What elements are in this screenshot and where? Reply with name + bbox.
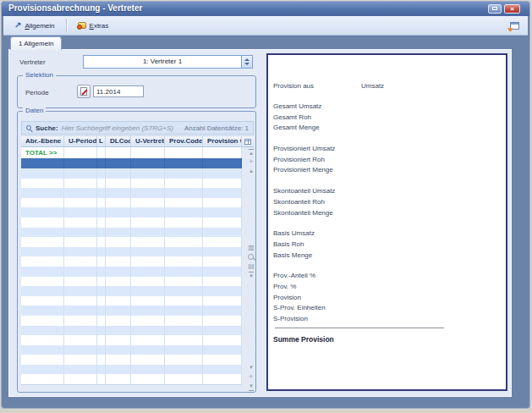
grid-column-header[interactable]: Provision € bbox=[203, 136, 242, 146]
grid-cell bbox=[165, 326, 203, 336]
restore-button[interactable] bbox=[488, 4, 502, 14]
grid-empty-row[interactable] bbox=[21, 286, 242, 296]
grid-empty-row[interactable] bbox=[21, 218, 242, 228]
grid-column-header[interactable]: U-Vertreter bbox=[131, 136, 165, 146]
grid-cell bbox=[97, 168, 106, 179]
provision-aus-label: Provision aus bbox=[273, 80, 361, 91]
grid-cell bbox=[21, 296, 64, 306]
grid-empty-row[interactable] bbox=[21, 207, 242, 218]
scroll-top-button[interactable] bbox=[246, 149, 256, 157]
grid-cell bbox=[64, 228, 97, 238]
scroll-up-button[interactable] bbox=[246, 168, 256, 175]
grid-cell bbox=[165, 188, 203, 198]
grid-cell bbox=[165, 168, 203, 179]
summary-group: Gesamt UmsatzGesamt RohGesamt Menge bbox=[273, 102, 501, 134]
grid-empty-row[interactable] bbox=[21, 345, 242, 355]
grid-cell bbox=[165, 256, 203, 267]
grid-empty-row[interactable] bbox=[21, 355, 242, 365]
grid-empty-row[interactable] bbox=[21, 228, 242, 238]
grid-total-row[interactable]: TOTAL >> bbox=[21, 147, 242, 158]
summary-label: Provisioniert Umsatz bbox=[273, 144, 501, 155]
vertreter-select[interactable]: 1: Vertreter 1 bbox=[83, 55, 253, 69]
grid-column-header[interactable]: Prov.Code bbox=[165, 136, 203, 146]
grid-column-header[interactable]: U-Periode bbox=[64, 136, 97, 146]
search-placeholder: Hier Suchbegriff eingeben (STRG+S) bbox=[62, 124, 173, 132]
grid-cell bbox=[64, 188, 97, 198]
grid-cell bbox=[131, 247, 165, 257]
edit-pencil-icon bbox=[80, 87, 87, 96]
append-row-button[interactable] bbox=[246, 373, 256, 381]
grid-column-header[interactable]: DLCode bbox=[106, 136, 131, 146]
summary-label: Gesamt Menge bbox=[273, 123, 501, 134]
grid-side-rail bbox=[246, 147, 256, 390]
grid-cell bbox=[203, 345, 242, 355]
grid-empty-row[interactable] bbox=[21, 335, 242, 345]
summary-label: Skontoanteil Umsatz bbox=[273, 186, 501, 197]
grid-cell bbox=[106, 179, 131, 189]
grid-empty-row[interactable] bbox=[21, 277, 242, 287]
grid-column-header[interactable]: L bbox=[97, 136, 106, 146]
grid-cell bbox=[203, 365, 242, 375]
grid-search-button[interactable] bbox=[246, 253, 256, 261]
grid-cell bbox=[21, 316, 64, 326]
grid-empty-row[interactable] bbox=[21, 188, 242, 198]
grid-cell bbox=[21, 286, 64, 296]
choose-columns-button[interactable] bbox=[246, 244, 256, 251]
tab-allgemein[interactable]: 1 Allgemein bbox=[10, 36, 62, 50]
grid-cell bbox=[203, 247, 242, 257]
scroll-bottom-button[interactable] bbox=[246, 383, 256, 390]
grid-cell bbox=[21, 355, 64, 365]
grid-empty-row[interactable] bbox=[21, 326, 242, 336]
grid-empty-row[interactable] bbox=[21, 256, 242, 267]
grid-empty-row[interactable] bbox=[21, 168, 242, 179]
extras-menu-button[interactable]: Extras bbox=[72, 18, 115, 34]
grid-empty-row[interactable] bbox=[21, 267, 242, 277]
grid-cell bbox=[131, 218, 165, 228]
column-chooser-cell[interactable] bbox=[242, 136, 253, 146]
allgemein-menu-button[interactable]: ↗ Allgemein bbox=[8, 18, 61, 34]
summary-label: Prov.-Anteil % bbox=[273, 271, 501, 282]
grid-empty-row[interactable] bbox=[21, 247, 242, 257]
selektion-groupbox: Selektion Periode bbox=[17, 75, 256, 108]
grid-empty-row[interactable] bbox=[21, 198, 242, 208]
summary-label: Prov. % bbox=[273, 282, 501, 293]
summary-group: Provisioniert UmsatzProvisioniert RohPro… bbox=[273, 144, 501, 176]
grid-selected-row[interactable] bbox=[21, 158, 242, 168]
view-rows-button[interactable] bbox=[246, 262, 256, 270]
grid-cell bbox=[97, 335, 106, 345]
periode-input[interactable] bbox=[93, 85, 144, 97]
grid-cell bbox=[97, 355, 106, 365]
daten-legend: Daten bbox=[23, 107, 46, 115]
open-form-button[interactable] bbox=[507, 19, 521, 32]
grid-cell bbox=[203, 147, 242, 158]
grid-empty-row[interactable] bbox=[21, 179, 242, 189]
grid-cell bbox=[106, 355, 131, 365]
grid-column-header[interactable]: Abr.-Ebene bbox=[21, 136, 64, 146]
periode-picker-button[interactable] bbox=[77, 85, 90, 98]
scroll-down-button[interactable] bbox=[246, 364, 256, 372]
summary-divider bbox=[275, 328, 444, 328]
grid-empty-row[interactable] bbox=[21, 316, 242, 326]
grid-empty-row[interactable] bbox=[21, 296, 242, 306]
close-button[interactable] bbox=[504, 4, 520, 14]
grid-cell bbox=[21, 188, 64, 198]
grid-empty-row[interactable] bbox=[21, 365, 242, 375]
grid-cell bbox=[97, 147, 106, 158]
grid-cell bbox=[64, 147, 97, 158]
summary-panel: Provision aus Umsatz Gesamt UmsatzGesamt… bbox=[266, 53, 507, 391]
filter-button[interactable] bbox=[246, 272, 256, 279]
grid-empty-row[interactable] bbox=[21, 374, 242, 384]
grid-cell bbox=[165, 237, 203, 247]
rail-bottom-group bbox=[246, 364, 256, 390]
grid-empty-row[interactable] bbox=[21, 237, 242, 247]
grid-cell bbox=[21, 277, 64, 287]
titlebar[interactable]: Provisionsabrechnung - Vertreter bbox=[2, 2, 529, 16]
grid-cell bbox=[131, 158, 165, 168]
spinner-icon[interactable] bbox=[241, 56, 252, 68]
insert-row-button[interactable] bbox=[246, 158, 256, 166]
grid-empty-row[interactable] bbox=[21, 306, 242, 316]
rail-top-group bbox=[246, 149, 256, 175]
provision-aus-value: Umsatz bbox=[361, 80, 384, 91]
grid-cell bbox=[165, 179, 203, 189]
grid-search-bar[interactable]: Suche: Hier Suchbegriff eingeben (STRG+S… bbox=[21, 121, 254, 135]
